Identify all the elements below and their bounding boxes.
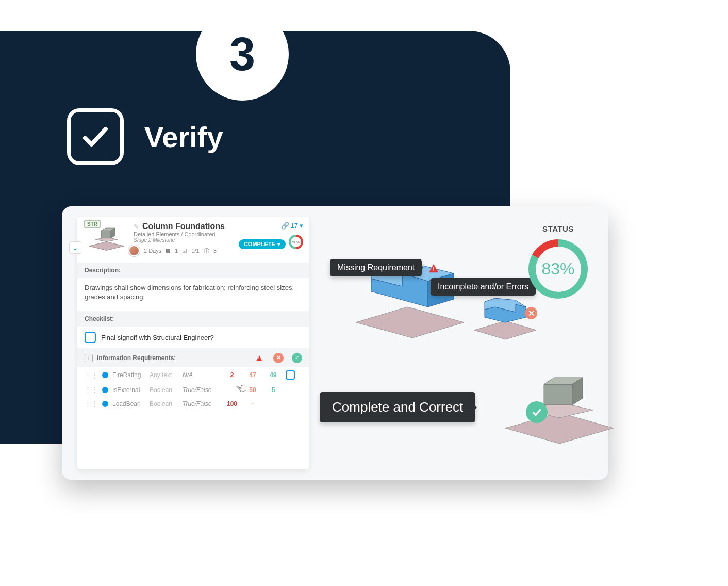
warning-icon: ▲! — [255, 352, 265, 363]
checklist-label: Checklist: — [77, 311, 309, 327]
chevron-down-icon: ▾ — [277, 241, 280, 248]
description-label: Description: — [77, 263, 309, 278]
requirement-row[interactable]: ⋮⋮ FireRating Any text N/A 2 47 49 — [77, 367, 309, 383]
progress-ring: 50% — [289, 235, 303, 249]
edit-icon[interactable]: ✎ — [134, 223, 139, 231]
card-title: Column Foundations — [142, 222, 225, 231]
description-text: Drawings shall show dimensions for fabri… — [77, 278, 309, 307]
check-icon — [67, 108, 124, 165]
discipline-tag: STR — [84, 220, 101, 228]
status-percent: 83% — [541, 259, 574, 279]
svg-marker-5 — [356, 307, 464, 338]
drag-handle-icon[interactable]: ⋮⋮ — [85, 371, 98, 379]
expand-toggle[interactable]: ⌄ — [69, 241, 81, 254]
status-chart: 83% — [528, 239, 588, 299]
svg-text:!: ! — [433, 266, 435, 272]
step-badge: 3 — [196, 8, 289, 101]
requirement-row[interactable]: ⋮⋮ LoadBeari Boolean True/False 100 - — [77, 397, 309, 411]
svg-marker-9 — [474, 321, 536, 339]
error-icon: ✕ — [273, 353, 284, 363]
requirement-row[interactable]: ⋮⋮ IsExternal Boolean True/False 50 5 — [77, 383, 309, 397]
row-checkbox[interactable] — [286, 370, 295, 380]
status-badge[interactable]: COMPLETE ▾ — [239, 239, 286, 249]
tooltip-missing: Missing Requirement — [330, 259, 422, 276]
status-label: STATUS — [528, 224, 588, 233]
status-dot — [102, 387, 108, 393]
status-dot — [102, 401, 108, 407]
checklist-count-icon[interactable]: ☑ — [182, 248, 187, 254]
chevron-down-icon: ▾ — [300, 222, 303, 230]
element-thumbnail: STR — [85, 222, 128, 253]
info-icon[interactable]: i — [85, 354, 93, 362]
success-marker[interactable] — [526, 401, 548, 423]
checklist-item[interactable]: Final signoff with Structural Engineer? — [77, 327, 309, 348]
tooltip-incomplete: Incomplete and/or Errors — [431, 278, 536, 296]
status-block: STATUS 83% — [528, 224, 588, 299]
svg-marker-0 — [89, 242, 124, 251]
link-count[interactable]: 🔗 17 ▾ — [281, 222, 303, 230]
section-header: Verify — [67, 108, 223, 165]
app-panel: ⌄ STR ✎ Column Foundations Detailed Elem… — [62, 206, 608, 480]
drag-handle-icon[interactable]: ⋮⋮ — [85, 400, 98, 408]
attachment-icon[interactable]: 𝌆 — [166, 248, 171, 254]
requirements-header: i Information Requirements: ▲! ✕ ✓ — [77, 348, 309, 367]
checklist-text: Final signoff with Structural Engineer? — [101, 334, 214, 341]
link-icon: 🔗 — [281, 222, 289, 230]
status-dot — [102, 372, 108, 378]
card-header: ⌄ STR ✎ Column Foundations Detailed Elem… — [77, 217, 309, 258]
requirements-label: Information Requirements: — [97, 354, 251, 362]
model-shape-3 — [498, 366, 621, 454]
avatar[interactable] — [128, 245, 140, 256]
model-shape-2 — [469, 294, 547, 346]
success-icon: ✓ — [292, 353, 302, 363]
step-number: 3 — [229, 28, 255, 81]
svg-marker-14 — [544, 384, 572, 405]
svg-marker-2 — [101, 231, 111, 238]
error-marker[interactable]: ✕ — [525, 307, 537, 319]
detail-card: ⌄ STR ✎ Column Foundations Detailed Elem… — [77, 217, 309, 469]
section-title: Verify — [144, 120, 223, 154]
duration-label: 2 Days — [144, 248, 161, 254]
tooltip-complete: Complete and Correct — [320, 392, 475, 422]
info-count-icon[interactable]: ⓘ — [204, 247, 209, 255]
warning-marker[interactable]: ! — [428, 263, 439, 274]
checkbox[interactable] — [85, 332, 96, 343]
drag-handle-icon[interactable]: ⋮⋮ — [85, 386, 98, 394]
